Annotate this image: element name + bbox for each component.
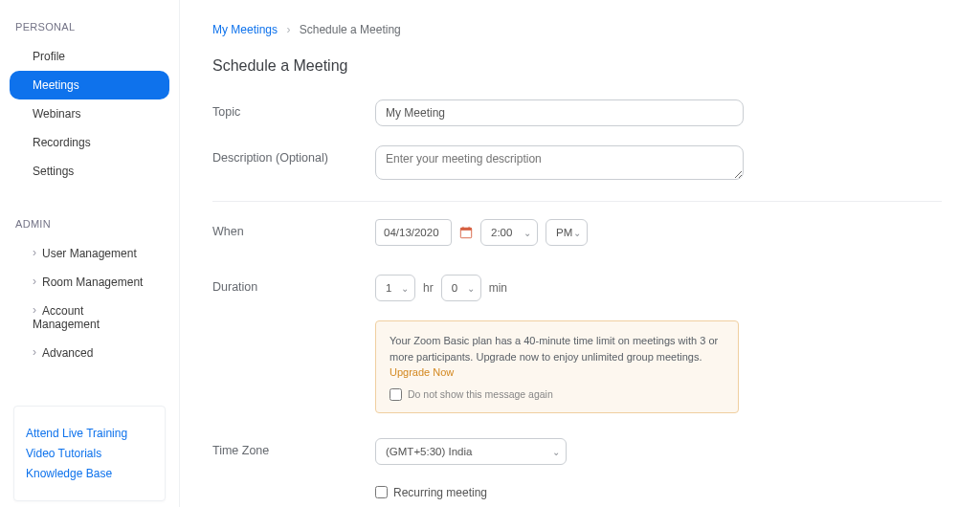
select-timezone[interactable]: (GMT+5:30) India ⌄ bbox=[375, 438, 567, 465]
unit-min: min bbox=[489, 281, 507, 295]
row-timezone: Time Zone (GMT+5:30) India ⌄ Recurring m… bbox=[212, 423, 942, 508]
select-minutes-value: 0 bbox=[452, 282, 457, 294]
sidebar-item-account-management[interactable]: Account Management bbox=[10, 297, 169, 339]
row-description: Description (Optional) bbox=[212, 136, 942, 193]
dont-show-again[interactable]: Do not show this message again bbox=[390, 388, 724, 401]
sidebar-item-recordings[interactable]: Recordings bbox=[10, 128, 169, 157]
chevron-down-icon: ⌄ bbox=[523, 228, 531, 238]
link-video-tutorials[interactable]: Video Tutorials bbox=[26, 447, 153, 460]
select-hours-value: 1 bbox=[386, 282, 391, 294]
sidebar-item-profile[interactable]: Profile bbox=[10, 42, 169, 71]
select-ampm[interactable]: PM ⌄ bbox=[546, 219, 588, 246]
recurring-checkbox[interactable] bbox=[375, 486, 388, 498]
select-ampm-value: PM bbox=[556, 227, 572, 238]
plan-notice: Your Zoom Basic plan has a 40-minute tim… bbox=[375, 320, 739, 413]
dont-show-checkbox[interactable] bbox=[390, 388, 402, 401]
dont-show-label: Do not show this message again bbox=[408, 388, 553, 400]
sidebar-item-webinars[interactable]: Webinars bbox=[10, 99, 169, 128]
sidebar-item-advanced[interactable]: Advanced bbox=[10, 339, 169, 367]
notice-text: Your Zoom Basic plan has a 40-minute tim… bbox=[390, 335, 718, 363]
calendar-icon[interactable] bbox=[459, 226, 473, 239]
link-attend-live-training[interactable]: Attend Live Training bbox=[26, 427, 153, 440]
sidebar-item-meetings[interactable]: Meetings bbox=[10, 71, 169, 99]
recurring-meeting-option[interactable]: Recurring meeting bbox=[375, 486, 911, 499]
sidebar-item-room-management[interactable]: Room Management bbox=[10, 268, 169, 297]
breadcrumb-separator: › bbox=[286, 23, 290, 36]
svg-rect-1 bbox=[460, 228, 471, 231]
select-minutes[interactable]: 0 ⌄ bbox=[441, 275, 481, 301]
row-duration: Duration 1 ⌄ hr 0 ⌄ min Your Zoom Basic … bbox=[212, 255, 942, 423]
chevron-down-icon: ⌄ bbox=[467, 283, 475, 294]
sidebar-header-personal: PERSONAL bbox=[0, 17, 179, 36]
select-timezone-value: (GMT+5:30) India bbox=[386, 446, 472, 457]
sidebar-resource-links: Attend Live Training Video Tutorials Kno… bbox=[13, 406, 166, 501]
sidebar-item-settings[interactable]: Settings bbox=[10, 157, 169, 186]
breadcrumb: My Meetings › Schedule a Meeting bbox=[212, 23, 942, 36]
select-hours[interactable]: 1 ⌄ bbox=[375, 275, 415, 301]
select-time-value: 2:00 bbox=[491, 227, 512, 238]
sidebar-item-user-management[interactable]: User Management bbox=[10, 239, 169, 268]
main-content: My Meetings › Schedule a Meeting Schedul… bbox=[180, 0, 980, 507]
sidebar: PERSONAL Profile Meetings Webinars Recor… bbox=[0, 0, 180, 507]
page-title: Schedule a Meeting bbox=[212, 57, 942, 75]
input-date[interactable] bbox=[375, 219, 452, 246]
input-description[interactable] bbox=[375, 145, 744, 180]
label-topic: Topic bbox=[212, 99, 375, 119]
input-topic[interactable] bbox=[375, 99, 744, 126]
chevron-down-icon: ⌄ bbox=[401, 283, 409, 294]
select-time[interactable]: 2:00 ⌄ bbox=[480, 219, 538, 246]
label-description: Description (Optional) bbox=[212, 145, 375, 165]
label-duration: Duration bbox=[212, 275, 375, 294]
sidebar-header-admin: ADMIN bbox=[0, 214, 179, 233]
recurring-label: Recurring meeting bbox=[393, 486, 487, 499]
breadcrumb-current: Schedule a Meeting bbox=[300, 23, 401, 36]
link-knowledge-base[interactable]: Knowledge Base bbox=[26, 467, 153, 480]
unit-hr: hr bbox=[423, 281, 434, 295]
row-when: When 2:00 ⌄ PM ⌄ bbox=[212, 202, 942, 255]
label-when: When bbox=[212, 219, 375, 238]
breadcrumb-link[interactable]: My Meetings bbox=[212, 23, 278, 36]
chevron-down-icon: ⌄ bbox=[552, 446, 560, 456]
label-timezone: Time Zone bbox=[212, 438, 375, 457]
upgrade-now-link[interactable]: Upgrade Now bbox=[390, 366, 454, 378]
chevron-down-icon: ⌄ bbox=[573, 228, 581, 238]
row-topic: Topic bbox=[212, 90, 942, 136]
